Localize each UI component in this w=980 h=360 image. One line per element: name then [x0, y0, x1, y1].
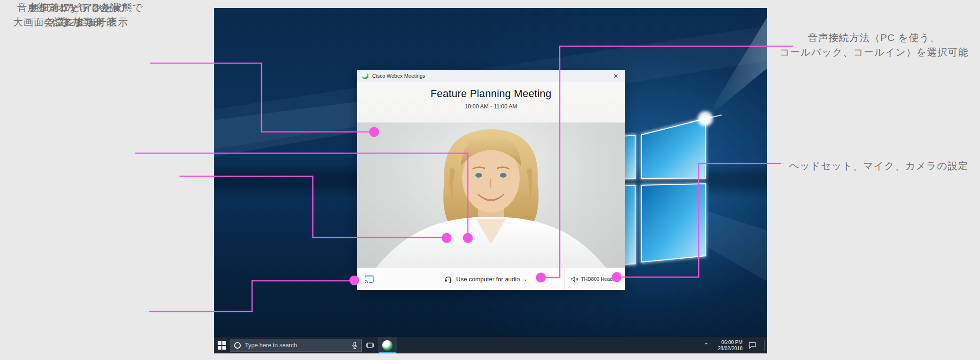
show-desktop-divider[interactable]	[764, 340, 765, 351]
annotation-line: ビデオデバイスとの	[9, 0, 146, 15]
webex-meetings-window: Cisco Webex Meetings ✕ Feature Planning …	[357, 70, 625, 290]
close-button[interactable]: ✕	[612, 73, 620, 80]
annotation-line: 音声接続方法（PC を使う、	[768, 30, 980, 45]
task-view-button[interactable]	[362, 337, 378, 353]
taskbar-clock[interactable]: 06:00 PM 28/02/2018	[712, 339, 743, 351]
taskbar-search[interactable]	[230, 339, 362, 352]
annotation-line: ペアリング	[9, 15, 146, 29]
headset-icon	[444, 275, 452, 283]
video-preview: You're connected to Cindy's Webex Share …	[357, 123, 625, 268]
meeting-time: 10:00 AM - 11:00 AM	[357, 103, 625, 110]
search-mic-icon	[352, 342, 358, 349]
app-title: Cisco Webex Meetings	[372, 73, 425, 79]
screenshot-stage: 参加前にビデオを 大画面でプレビュー表示 ビデオなしで会議 に参加可能 音声をミ…	[0, 0, 980, 360]
clock-date: 28/02/2018	[712, 345, 743, 352]
headset-device-label: THD800 Headset	[581, 276, 619, 282]
share-device-cast-icon	[364, 275, 375, 284]
active-app-indicator	[379, 352, 396, 353]
cortana-icon	[234, 342, 241, 349]
meeting-title: Feature Planning Meeting	[357, 82, 625, 100]
annotation-line: ヘッドセット、マイク、カメラの設定	[777, 158, 980, 173]
webex-logo-icon	[362, 73, 368, 79]
self-view-portrait	[357, 123, 625, 268]
annotation-device-pairing: ビデオデバイスとの ペアリング	[9, 0, 146, 29]
window-bottom-bar: Use computer for audio ⌄ THD800 Headset	[357, 268, 625, 290]
windows-taskbar: ⌃ 06:00 PM 28/02/2018	[214, 337, 767, 353]
audio-connection-select[interactable]: Use computer for audio ⌄	[381, 268, 565, 290]
windows-logo-icon	[218, 341, 226, 350]
audio-connection-label: Use computer for audio	[456, 276, 520, 283]
tray-show-hidden-icons[interactable]: ⌃	[700, 342, 712, 349]
search-input[interactable]	[245, 342, 352, 349]
annotation-line: コールバック、コールイン）を選択可能	[768, 45, 980, 59]
action-center-icon	[748, 342, 756, 349]
task-view-icon	[366, 342, 374, 349]
start-button[interactable]	[214, 337, 230, 353]
action-center-button[interactable]	[743, 337, 761, 353]
light-beam	[705, 211, 767, 281]
taskbar-webex-app[interactable]	[378, 337, 397, 353]
chevron-down-icon: ⌄	[523, 276, 527, 282]
webex-app-icon	[382, 340, 392, 351]
annotation-headset-mic-camera-settings: ヘッドセット、マイク、カメラの設定	[777, 158, 980, 173]
clock-time: 06:00 PM	[712, 339, 743, 345]
window-titlebar[interactable]: Cisco Webex Meetings ✕	[357, 70, 625, 82]
pair-device-button[interactable]	[357, 268, 381, 290]
meeting-header: Feature Planning Meeting 10:00 AM - 11:0…	[357, 82, 625, 123]
annotation-audio-connection-method: 音声接続方法（PC を使う、 コールバック、コールイン）を選択可能	[768, 30, 980, 59]
headset-device-button[interactable]: THD800 Headset	[565, 268, 625, 290]
speaker-icon	[571, 276, 578, 282]
